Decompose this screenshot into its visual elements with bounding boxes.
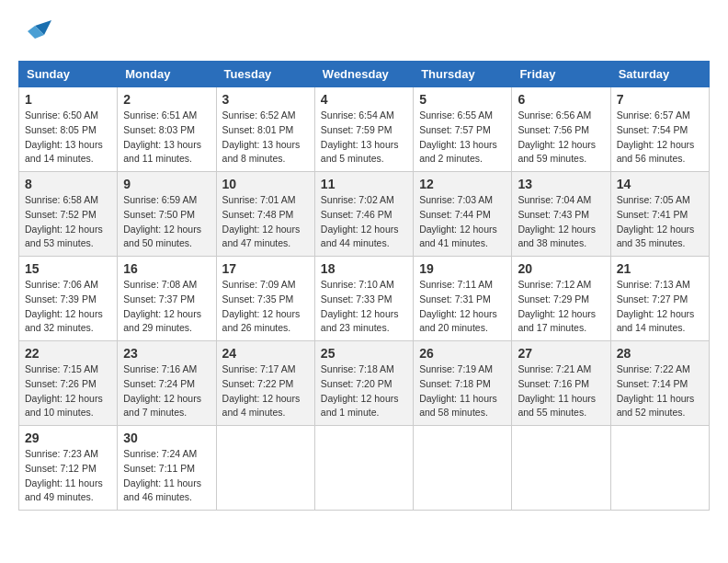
calendar-week-row: 15Sunrise: 7:06 AMSunset: 7:39 PMDayligh… [19,257,710,341]
day-number: 16 [123,261,210,276]
day-info: Sunrise: 7:23 AMSunset: 7:12 PMDaylight:… [25,447,111,505]
day-number: 21 [617,261,703,276]
day-info: Sunrise: 7:11 AMSunset: 7:31 PMDaylight:… [419,278,506,336]
day-info: Sunrise: 7:17 AMSunset: 7:22 PMDaylight:… [222,362,309,420]
weekday-header-tuesday: Tuesday [216,62,314,87]
calendar-week-row: 22Sunrise: 7:15 AMSunset: 7:26 PMDayligh… [19,341,710,426]
day-info: Sunrise: 6:58 AMSunset: 7:52 PMDaylight:… [25,193,111,251]
weekday-header-sunday: Sunday [19,62,118,87]
calendar-cell: 12Sunrise: 7:03 AMSunset: 7:44 PMDayligh… [414,172,512,257]
calendar-cell [216,426,314,511]
day-info: Sunrise: 7:19 AMSunset: 7:18 PMDaylight:… [419,362,506,420]
calendar-cell: 10Sunrise: 7:01 AMSunset: 7:48 PMDayligh… [216,172,314,257]
day-info: Sunrise: 6:54 AMSunset: 7:59 PMDaylight:… [321,109,407,167]
day-info: Sunrise: 7:24 AMSunset: 7:11 PMDaylight:… [123,447,210,505]
day-info: Sunrise: 6:52 AMSunset: 8:01 PMDaylight:… [222,109,309,167]
calendar-cell: 14Sunrise: 7:05 AMSunset: 7:41 PMDayligh… [610,172,709,257]
day-info: Sunrise: 7:03 AMSunset: 7:44 PMDaylight:… [419,193,506,251]
calendar-cell: 26Sunrise: 7:19 AMSunset: 7:18 PMDayligh… [414,341,512,426]
day-number: 30 [123,431,210,445]
day-number: 7 [617,92,703,107]
weekday-header-friday: Friday [512,62,610,87]
calendar-cell [314,426,413,511]
calendar-cell: 16Sunrise: 7:08 AMSunset: 7:37 PMDayligh… [118,257,216,341]
day-number: 6 [518,92,604,107]
day-number: 22 [25,346,111,361]
calendar-week-row: 29Sunrise: 7:23 AMSunset: 7:12 PMDayligh… [19,426,710,511]
calendar-body: 1Sunrise: 6:50 AMSunset: 8:05 PMDaylight… [19,87,710,511]
calendar-cell: 11Sunrise: 7:02 AMSunset: 7:46 PMDayligh… [314,172,413,257]
page-header [18,18,710,52]
day-number: 15 [25,261,111,276]
calendar-week-row: 8Sunrise: 6:58 AMSunset: 7:52 PMDaylight… [19,172,710,257]
day-number: 17 [222,261,309,276]
day-number: 2 [123,92,210,107]
day-number: 10 [222,177,309,191]
calendar-cell: 29Sunrise: 7:23 AMSunset: 7:12 PMDayligh… [19,426,118,511]
day-number: 13 [518,177,604,191]
day-number: 28 [617,346,703,361]
day-info: Sunrise: 7:04 AMSunset: 7:43 PMDaylight:… [518,193,604,251]
day-number: 23 [123,346,210,361]
calendar-cell: 20Sunrise: 7:12 AMSunset: 7:29 PMDayligh… [512,257,610,341]
day-info: Sunrise: 7:01 AMSunset: 7:48 PMDaylight:… [222,193,309,251]
day-number: 27 [518,346,604,361]
day-number: 1 [25,92,111,107]
day-info: Sunrise: 6:59 AMSunset: 7:50 PMDaylight:… [123,193,210,251]
day-number: 4 [321,92,407,107]
day-number: 12 [419,177,506,191]
calendar-cell: 9Sunrise: 6:59 AMSunset: 7:50 PMDaylight… [118,172,216,257]
day-number: 29 [25,431,111,445]
calendar-cell: 28Sunrise: 7:22 AMSunset: 7:14 PMDayligh… [610,341,709,426]
weekday-header-saturday: Saturday [610,62,709,87]
day-info: Sunrise: 7:02 AMSunset: 7:46 PMDaylight:… [321,193,407,251]
calendar-cell: 18Sunrise: 7:10 AMSunset: 7:33 PMDayligh… [314,257,413,341]
day-number: 20 [518,261,604,276]
calendar-cell: 27Sunrise: 7:21 AMSunset: 7:16 PMDayligh… [512,341,610,426]
calendar-cell: 5Sunrise: 6:55 AMSunset: 7:57 PMDaylight… [414,87,512,172]
calendar-header-row: SundayMondayTuesdayWednesdayThursdayFrid… [19,62,710,87]
day-number: 5 [419,92,506,107]
calendar-cell: 2Sunrise: 6:51 AMSunset: 8:03 PMDaylight… [118,87,216,172]
day-info: Sunrise: 7:10 AMSunset: 7:33 PMDaylight:… [321,278,407,336]
calendar-cell: 6Sunrise: 6:56 AMSunset: 7:56 PMDaylight… [512,87,610,172]
day-info: Sunrise: 7:05 AMSunset: 7:41 PMDaylight:… [617,193,703,251]
calendar-cell: 15Sunrise: 7:06 AMSunset: 7:39 PMDayligh… [19,257,118,341]
day-number: 24 [222,346,309,361]
calendar-cell: 24Sunrise: 7:17 AMSunset: 7:22 PMDayligh… [216,341,314,426]
calendar-cell: 23Sunrise: 7:16 AMSunset: 7:24 PMDayligh… [118,341,216,426]
day-info: Sunrise: 7:16 AMSunset: 7:24 PMDaylight:… [123,362,210,420]
day-info: Sunrise: 7:09 AMSunset: 7:35 PMDaylight:… [222,278,309,336]
day-info: Sunrise: 7:06 AMSunset: 7:39 PMDaylight:… [25,278,111,336]
day-info: Sunrise: 7:15 AMSunset: 7:26 PMDaylight:… [25,362,111,420]
calendar-cell: 1Sunrise: 6:50 AMSunset: 8:05 PMDaylight… [19,87,118,172]
day-number: 19 [419,261,506,276]
day-info: Sunrise: 6:50 AMSunset: 8:05 PMDaylight:… [25,109,111,167]
calendar-cell: 8Sunrise: 6:58 AMSunset: 7:52 PMDaylight… [19,172,118,257]
calendar-cell: 4Sunrise: 6:54 AMSunset: 7:59 PMDaylight… [314,87,413,172]
day-info: Sunrise: 6:57 AMSunset: 7:54 PMDaylight:… [617,109,703,167]
calendar-cell: 30Sunrise: 7:24 AMSunset: 7:11 PMDayligh… [118,426,216,511]
day-number: 8 [25,177,111,191]
calendar-cell: 17Sunrise: 7:09 AMSunset: 7:35 PMDayligh… [216,257,314,341]
calendar-cell: 7Sunrise: 6:57 AMSunset: 7:54 PMDaylight… [610,87,709,172]
calendar-cell: 25Sunrise: 7:18 AMSunset: 7:20 PMDayligh… [314,341,413,426]
calendar-cell [512,426,610,511]
day-number: 18 [321,261,407,276]
weekday-header-thursday: Thursday [414,62,512,87]
logo [18,18,53,52]
day-info: Sunrise: 6:56 AMSunset: 7:56 PMDaylight:… [518,109,604,167]
calendar-table: SundayMondayTuesdayWednesdayThursdayFrid… [18,61,710,511]
day-number: 26 [419,346,506,361]
day-number: 3 [222,92,309,107]
day-number: 9 [123,177,210,191]
calendar-cell: 22Sunrise: 7:15 AMSunset: 7:26 PMDayligh… [19,341,118,426]
calendar-week-row: 1Sunrise: 6:50 AMSunset: 8:05 PMDaylight… [19,87,710,172]
day-info: Sunrise: 7:08 AMSunset: 7:37 PMDaylight:… [123,278,210,336]
weekday-header-wednesday: Wednesday [314,62,413,87]
day-info: Sunrise: 7:22 AMSunset: 7:14 PMDaylight:… [617,362,703,420]
logo-icon [18,18,51,52]
calendar-cell [610,426,709,511]
calendar-cell: 21Sunrise: 7:13 AMSunset: 7:27 PMDayligh… [610,257,709,341]
weekday-header-monday: Monday [118,62,216,87]
